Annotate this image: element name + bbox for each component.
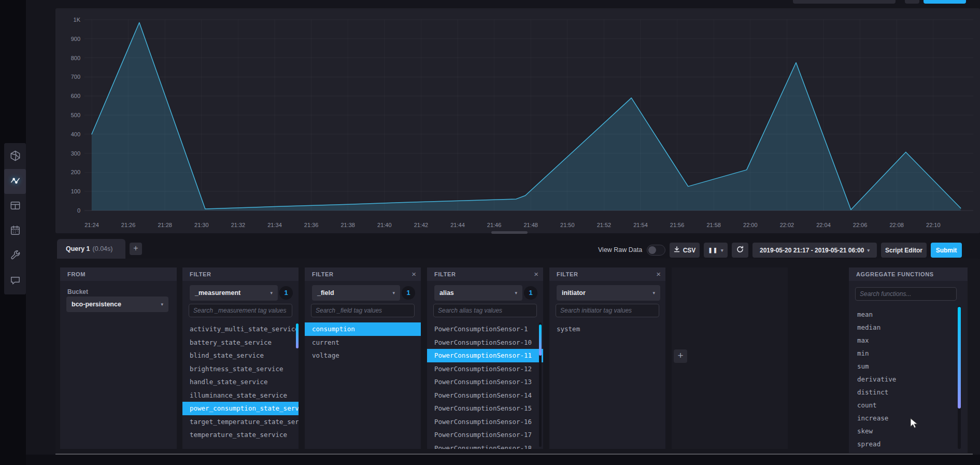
- field-key-dropdown[interactable]: _field ▾: [312, 285, 400, 301]
- chat-bubble-icon: [9, 274, 21, 288]
- y-tick-label: 400: [55, 131, 80, 137]
- view-raw-data-toggle[interactable]: [647, 245, 665, 256]
- aggregate-header: AGGREGATE FUNCTIONS: [849, 267, 968, 281]
- list-item[interactable]: sum: [849, 360, 968, 373]
- alias-search-input[interactable]: [433, 304, 537, 317]
- list-item[interactable]: PowerConsumptionSensor-14: [427, 389, 543, 402]
- sidebar-item-dashboards[interactable]: [4, 194, 26, 219]
- list-item[interactable]: skew: [849, 425, 968, 438]
- y-tick-label: 100: [55, 188, 80, 194]
- close-icon[interactable]: ×: [656, 267, 661, 281]
- list-item[interactable]: PowerConsumptionSensor-12: [427, 362, 543, 376]
- script-editor-button[interactable]: Script Editor: [881, 243, 927, 258]
- refresh-icon: [736, 246, 744, 255]
- bucket-dropdown[interactable]: bco-persistence ▾: [66, 297, 168, 312]
- list-item[interactable]: current: [305, 336, 421, 349]
- filter-key-value: alias: [439, 289, 454, 297]
- x-tick-label: 22:10: [920, 222, 946, 228]
- sidebar-item-feedback[interactable]: [4, 269, 26, 293]
- filter-column-measurement: FILTER _measurement ▾ 1 activity_multi_s…: [182, 267, 299, 449]
- list-item[interactable]: mean: [849, 308, 968, 321]
- time-range-value: 2019-05-20 21:17 - 2019-05-21 06:00: [760, 247, 864, 254]
- refresh-button[interactable]: [732, 243, 748, 258]
- list-item[interactable]: battery_state_service: [182, 336, 299, 349]
- selected-count-badge: 1: [524, 286, 537, 300]
- list-item[interactable]: system: [549, 322, 665, 336]
- list-item[interactable]: blind_state_service: [182, 349, 299, 362]
- submit-button[interactable]: Submit: [931, 243, 962, 258]
- close-icon[interactable]: ×: [411, 267, 416, 281]
- scrollbar-thumb[interactable]: [296, 323, 299, 348]
- list-item[interactable]: brightness_state_service: [182, 362, 299, 376]
- list-item[interactable]: consumption: [305, 322, 421, 336]
- add-query-button[interactable]: +: [130, 243, 142, 255]
- close-icon[interactable]: ×: [534, 267, 538, 281]
- list-item[interactable]: illuminance_state_service: [182, 389, 299, 402]
- query-builder: FROM Bucket bco-persistence ▾ FILTER _me…: [55, 259, 980, 455]
- chart-panel: 01002003004005006007008009001K 21:2421:2…: [55, 8, 980, 233]
- list-item[interactable]: PowerConsumptionSensor-15: [427, 402, 543, 415]
- from-column-header: FROM: [60, 267, 177, 281]
- influxdb-logo-icon: [9, 150, 21, 164]
- sidebar-item-tasks[interactable]: [4, 219, 26, 244]
- tab-query-1[interactable]: Query 1 (0.04s): [57, 239, 125, 259]
- measurement-key-dropdown[interactable]: _measurement ▾: [190, 285, 278, 301]
- list-item[interactable]: derivative: [849, 373, 968, 386]
- list-item[interactable]: target_temperature_state_service: [182, 415, 299, 429]
- topbar-button-stub[interactable]: [905, 0, 919, 4]
- add-filter-button[interactable]: +: [674, 349, 687, 363]
- x-tick-label: 21:48: [518, 222, 544, 228]
- y-tick-label: 900: [55, 36, 80, 42]
- list-item[interactable]: median: [849, 321, 968, 334]
- pause-refresh-dropdown[interactable]: ❚❚ ▾: [704, 243, 728, 258]
- chart-svg[interactable]: [84, 17, 973, 218]
- csv-download-button[interactable]: CSV: [670, 243, 700, 258]
- download-icon: [674, 246, 680, 255]
- list-item[interactable]: PowerConsumptionSensor-18: [427, 442, 543, 449]
- nav-panel: [4, 143, 26, 294]
- submit-label: Submit: [936, 247, 957, 254]
- list-item[interactable]: PowerConsumptionSensor-11: [427, 349, 543, 362]
- alias-key-dropdown[interactable]: alias ▾: [434, 285, 522, 301]
- list-item[interactable]: temperature_state_service: [182, 428, 299, 442]
- list-item[interactable]: min: [849, 347, 968, 360]
- list-item[interactable]: max: [849, 334, 968, 347]
- time-range-dropdown[interactable]: 2019-05-20 21:17 - 2019-05-21 06:00 ▾: [752, 243, 877, 258]
- list-item[interactable]: voltage: [305, 349, 421, 362]
- scrollbar-thumb[interactable]: [958, 307, 961, 408]
- list-item[interactable]: spread: [849, 438, 968, 450]
- list-item[interactable]: distinct: [849, 386, 968, 399]
- functions-search-input[interactable]: [855, 287, 957, 301]
- field-search-input[interactable]: [311, 304, 415, 317]
- calendar-icon: [9, 224, 21, 238]
- x-tick-label: 21:46: [481, 222, 507, 228]
- list-item[interactable]: increase: [849, 412, 968, 425]
- measurement-search-input[interactable]: [189, 304, 292, 317]
- sidebar-item-home[interactable]: [4, 144, 26, 169]
- list-item[interactable]: power_consumption_state_service: [182, 402, 299, 415]
- initiator-search-input[interactable]: [556, 304, 659, 317]
- graph-pulse-icon: [9, 175, 21, 189]
- chart-hscroll-thumb[interactable]: [491, 231, 528, 234]
- topbar-submit-stub[interactable]: [924, 0, 966, 4]
- list-item[interactable]: PowerConsumptionSensor-10: [427, 336, 543, 349]
- filter-key-value: initiator: [562, 289, 586, 297]
- list-item[interactable]: count: [849, 399, 968, 412]
- list-item[interactable]: PowerConsumptionSensor-16: [427, 415, 543, 429]
- initiator-key-dropdown[interactable]: initiator ▾: [557, 285, 660, 301]
- list-item[interactable]: PowerConsumptionSensor-1: [427, 322, 543, 336]
- topbar-input-stub[interactable]: [793, 0, 896, 4]
- filter-header: FILTER: [427, 267, 543, 281]
- x-tick-label: 21:52: [591, 222, 617, 228]
- filter-header: FILTER: [182, 267, 299, 281]
- list-item[interactable]: handle_state_service: [182, 375, 299, 389]
- filter-header: FILTER: [305, 267, 421, 281]
- wrench-icon: [9, 249, 21, 263]
- list-item[interactable]: PowerConsumptionSensor-13: [427, 375, 543, 389]
- y-tick-label: 200: [55, 169, 80, 175]
- scrollbar-thumb[interactable]: [539, 325, 542, 356]
- sidebar-item-data-explorer[interactable]: [4, 169, 26, 194]
- list-item[interactable]: PowerConsumptionSensor-17: [427, 428, 543, 442]
- sidebar-item-settings[interactable]: [4, 244, 26, 269]
- list-item[interactable]: activity_multi_state_service: [182, 322, 299, 336]
